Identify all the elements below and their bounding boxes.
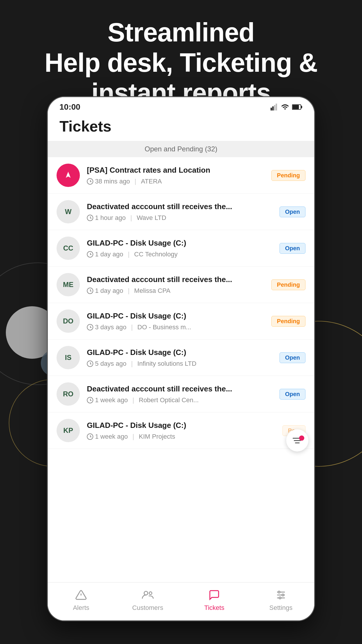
ticket-time: 1 week ago: [87, 433, 128, 440]
ticket-item[interactable]: ME Deactivated acccount still receives t…: [48, 267, 314, 303]
ticket-title: Deactivated acccount still receives the.…: [87, 202, 273, 211]
ticket-title: Deactivated acccount still receives the.…: [87, 384, 273, 393]
status-badge: Pending: [271, 316, 305, 327]
ticket-content: Deactivated acccount still receives the.…: [87, 384, 273, 404]
bottom-nav: Alerts Customers: [48, 582, 314, 620]
filter-fab-button[interactable]: [286, 429, 308, 452]
clock-icon: [87, 288, 93, 294]
nav-item-tickets[interactable]: Tickets: [181, 588, 248, 612]
ticket-avatar: DO: [57, 309, 80, 333]
ticket-avatar: RO: [57, 382, 80, 406]
filter-header[interactable]: Open and Pending (32): [48, 141, 314, 157]
svg-point-12: [149, 592, 152, 594]
svg-point-18: [279, 597, 281, 599]
ticket-time: 1 week ago: [87, 396, 128, 404]
alert-icon: [74, 588, 88, 602]
ticket-title: GILAD-PC - Disk Usage (C:): [87, 421, 275, 430]
clock-icon: [87, 397, 93, 403]
ticket-time: 5 days ago: [87, 360, 126, 368]
ticket-meta: 1 hour ago | Wave LTD: [87, 214, 273, 222]
nav-label-alerts: Alerts: [73, 604, 89, 612]
ticket-meta: 1 week ago | Robert Optical Cen...: [87, 396, 273, 404]
status-bar: 10:00: [48, 97, 314, 115]
filter-label: Open and Pending (32): [145, 145, 217, 153]
battery-icon: [292, 103, 303, 111]
ticket-avatar: [57, 164, 80, 187]
ticket-company: Robert Optical Cen...: [139, 396, 198, 404]
phone-screen: 10:00: [48, 97, 314, 620]
status-badge: Open: [280, 352, 305, 363]
page-title-bar: Tickets: [48, 115, 314, 141]
nav-item-customers[interactable]: Customers: [115, 588, 181, 612]
nav-label-tickets: Tickets: [204, 604, 224, 612]
nav-label-settings: Settings: [269, 604, 293, 612]
ticket-item[interactable]: RO Deactivated acccount still receives t…: [48, 376, 314, 412]
ticket-title: GILAD-PC - Disk Usage (C:): [87, 348, 273, 357]
status-badge: Open: [280, 206, 305, 217]
svg-marker-2: [274, 105, 275, 111]
ticket-company: Melissa CPA: [134, 287, 170, 295]
svg-point-8: [67, 174, 69, 176]
ticket-content: Deactivated acccount still receives the.…: [87, 202, 273, 222]
signal-icon: [270, 103, 278, 111]
nav-item-alerts[interactable]: Alerts: [48, 588, 115, 612]
ticket-company: DO - Business m...: [137, 323, 191, 331]
ticket-meta: 1 day ago | Melissa CPA: [87, 287, 264, 295]
ticket-item[interactable]: CC GILAD-PC - Disk Usage (C:) 1 day ago …: [48, 230, 314, 267]
ticket-company: ATERA: [141, 178, 162, 185]
clock-icon: [87, 215, 93, 221]
ticket-title: GILAD-PC - Disk Usage (C:): [87, 239, 273, 248]
ticket-company: Wave LTD: [137, 214, 166, 222]
svg-marker-0: [270, 108, 272, 110]
svg-marker-3: [276, 104, 277, 110]
ticket-avatar: IS: [57, 346, 80, 369]
ticket-company: KIM Projects: [139, 433, 175, 440]
ticket-content: [PSA] Contract rates and Location 38 min…: [87, 166, 264, 185]
clock-icon: [87, 324, 93, 330]
hero-section: Streamlined Help desk, Ticketing & insta…: [0, 18, 362, 108]
hero-line2: Help desk, Ticketing &: [45, 48, 318, 77]
ticket-avatar: CC: [57, 237, 80, 260]
status-badge: Pending: [271, 279, 305, 290]
nav-label-customers: Customers: [132, 604, 163, 612]
ticket-item[interactable]: W Deactivated acccount still receives th…: [48, 194, 314, 230]
ticket-avatar: W: [57, 200, 80, 223]
ticket-list: [PSA] Contract rates and Location 38 min…: [48, 157, 314, 582]
ticket-avatar: KP: [57, 419, 80, 442]
ticket-title: Deactivated acccount still receives the.…: [87, 275, 264, 284]
filter-icon: [293, 438, 302, 443]
status-badge: Open: [280, 243, 305, 254]
wifi-icon: [280, 103, 290, 111]
svg-point-16: [278, 591, 280, 593]
svg-rect-5: [301, 106, 302, 108]
ticket-meta: 3 days ago | DO - Business m...: [87, 323, 264, 331]
nav-item-settings[interactable]: Settings: [248, 588, 314, 612]
ticket-time: 1 day ago: [87, 251, 123, 258]
ticket-meta: 1 day ago | CC Technology: [87, 251, 273, 258]
status-badge: Pending: [271, 170, 305, 181]
phone-frame: 10:00: [47, 96, 315, 621]
clock-icon: [87, 433, 93, 440]
svg-point-11: [144, 591, 148, 595]
ticket-content: GILAD-PC - Disk Usage (C:) 3 days ago | …: [87, 312, 264, 331]
tickets-icon: [208, 588, 221, 602]
ticket-time: 3 days ago: [87, 323, 126, 331]
ticket-content: GILAD-PC - Disk Usage (C:) 5 days ago | …: [87, 348, 273, 368]
ticket-item[interactable]: [PSA] Contract rates and Location 38 min…: [48, 157, 314, 194]
clock-icon: [87, 251, 93, 258]
ticket-meta: 38 mins ago | ATERA: [87, 178, 264, 185]
ticket-time: 1 hour ago: [87, 214, 126, 222]
ticket-item[interactable]: KP GILAD-PC - Disk Usage (C:) 1 week ago…: [48, 412, 314, 449]
ticket-content: Deactivated acccount still receives the.…: [87, 275, 264, 295]
notification-dot: [299, 435, 304, 441]
clock-icon: [87, 360, 93, 367]
page-title: Tickets: [59, 118, 303, 135]
status-icons: [270, 103, 303, 111]
svg-rect-6: [292, 105, 299, 109]
ticket-meta: 1 week ago | KIM Projects: [87, 433, 275, 440]
status-badge: Open: [280, 389, 305, 400]
ticket-item[interactable]: DO GILAD-PC - Disk Usage (C:) 3 days ago…: [48, 303, 314, 340]
ticket-time: 1 day ago: [87, 287, 123, 295]
ticket-content: GILAD-PC - Disk Usage (C:) 1 day ago | C…: [87, 239, 273, 258]
ticket-item[interactable]: IS GILAD-PC - Disk Usage (C:) 5 days ago…: [48, 340, 314, 376]
